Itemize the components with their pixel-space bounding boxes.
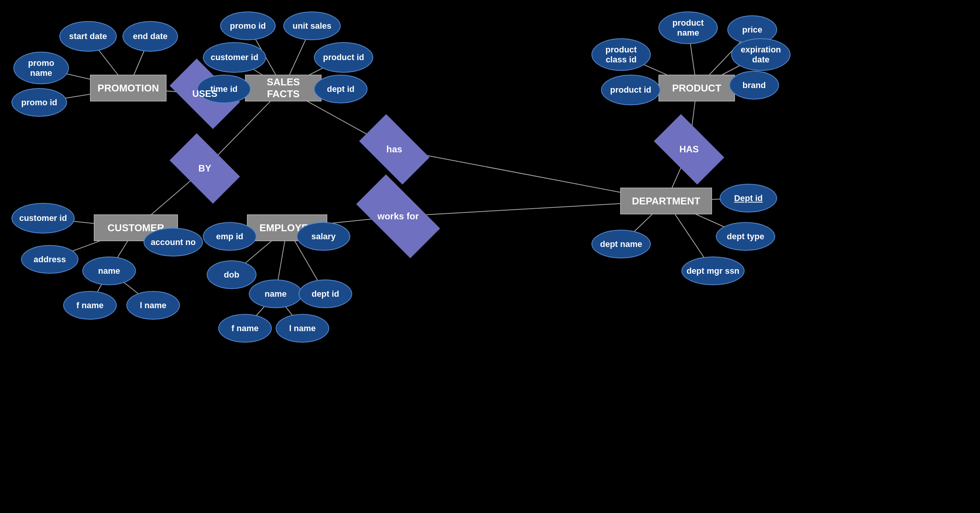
relationship-by: BY (174, 149, 235, 188)
attribute-product_id_p: product id (601, 75, 660, 105)
attribute-brand: brand (729, 71, 779, 100)
attribute-start_date: start date (59, 21, 117, 52)
attribute-customer_id_sf: customer id (203, 42, 266, 73)
attribute-f_name_e: f name (218, 314, 272, 343)
attribute-dept_id_e: dept id (299, 279, 352, 308)
attribute-name_c: name (82, 256, 136, 285)
attribute-end_date: end date (122, 21, 178, 52)
attribute-account_no: account no (144, 228, 203, 256)
attribute-l_name_c: l name (126, 291, 180, 320)
relationship-has_big: HAS (658, 130, 720, 168)
attribute-promo_id: promo id (11, 88, 67, 117)
attribute-dept_type: dept type (716, 222, 775, 251)
attribute-promo_name: promo name (13, 52, 69, 84)
attribute-dept_mgr_ssn: dept mgr ssn (681, 256, 745, 285)
attribute-dept_id_sf: dept id (314, 75, 368, 103)
attribute-unit_sales: unit sales (283, 11, 341, 40)
attribute-f_name_c: f name (63, 291, 117, 320)
entity-product: PRODUCT (658, 75, 735, 101)
attribute-dept_id_d: Dept id (720, 184, 777, 212)
entity-promotion: PROMOTION (90, 75, 167, 101)
attribute-l_name_e: l name (276, 314, 329, 343)
attribute-product_class_id: product class id (591, 38, 651, 71)
attribute-salary: salary (297, 222, 350, 251)
attribute-address: address (21, 245, 78, 274)
relationship-works_for: works for (360, 195, 436, 237)
attribute-name_e: name (249, 279, 302, 308)
attribute-expiration_date: expiration date (731, 38, 791, 71)
entity-sales_facts: SALES FACTS (245, 75, 322, 101)
er-diagram: PROMOTIONSALES FACTSPRODUCTCUSTOMEREMPLO… (0, 0, 980, 513)
attribute-product_id_sf: product id (314, 42, 373, 73)
attribute-customer_id_c: customer id (11, 203, 75, 234)
attribute-emp_id: emp id (203, 222, 256, 251)
entity-department: DEPARTMENT (620, 188, 712, 214)
relationship-has_small: has (364, 130, 425, 168)
attribute-dob: dob (207, 260, 256, 289)
attribute-promo_id_sf: promo id (220, 11, 276, 40)
attribute-dept_name: dept name (591, 230, 651, 258)
attribute-product_name: product name (658, 11, 718, 44)
